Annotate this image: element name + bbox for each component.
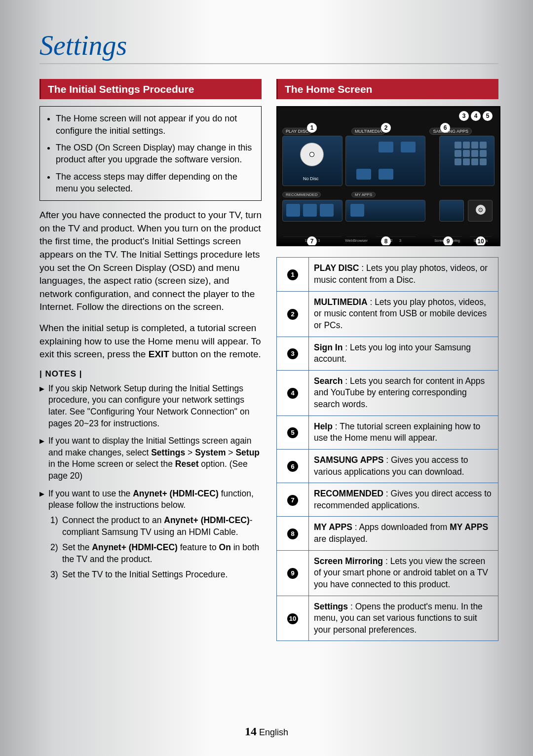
number-badge: 3	[287, 348, 298, 359]
apps-grid	[455, 142, 487, 165]
row-desc-cell: PLAY DISC : Lets you play photos, videos…	[309, 258, 498, 291]
description-table: 1PLAY DISC : Lets you play photos, video…	[276, 257, 498, 641]
home-screen-figure: 3 4 5 PLAY DISC 1 MULTIMEDIA 2 SAMSUNG A…	[276, 106, 500, 246]
number-badge: 2	[287, 309, 298, 320]
row-desc-cell: MY APPS : Apps downloaded from MY APPS a…	[309, 517, 498, 550]
callout-badge: 1	[307, 123, 317, 133]
info-box: The Home screen will not appear if you d…	[39, 106, 262, 201]
number-badge: 6	[287, 461, 298, 472]
sub-step: 1)Connect the product to an Anynet+ (HDM…	[50, 514, 262, 538]
thumbnail	[379, 169, 393, 180]
box-bullet: The OSD (On Screen Display) may change i…	[56, 142, 254, 166]
multimedia-label: MULTIMEDIA	[351, 128, 385, 135]
callout-badge: 2	[381, 123, 391, 133]
text: >	[185, 448, 195, 457]
section-header-home: The Home Screen	[276, 79, 498, 99]
text: Settings	[151, 448, 185, 457]
number-badge: 7	[287, 495, 298, 506]
number-badge: 9	[287, 568, 298, 579]
right-column: The Home Screen 3 4 5 PLAY DISC 1 MULTIM…	[276, 79, 498, 641]
thumbnail	[401, 142, 416, 152]
callout-badge: 5	[483, 111, 493, 121]
arrow-icon: ▶	[39, 383, 48, 430]
row-desc-cell: SAMSUNG APPS : Gives you access to vario…	[309, 449, 498, 483]
row-number-cell: 6	[277, 449, 309, 483]
number-badge: 10	[287, 613, 298, 624]
my-apps-label: MY APPS	[351, 192, 376, 197]
table-row: 4Search : Lets you search for content in…	[277, 370, 498, 416]
row-number-cell: 9	[277, 550, 309, 596]
text: Setup	[235, 448, 260, 457]
note-item: ▶ If you want to display the Initial Set…	[39, 435, 262, 482]
section-header-initial: The Initial Settings Procedure	[39, 79, 262, 99]
table-row: 9Screen Mirroring : Lets you view the sc…	[277, 550, 498, 596]
row-number-cell: 8	[277, 517, 309, 550]
row-number-cell: 10	[277, 596, 309, 641]
table-row: 5Help : The tutorial screen explaining h…	[277, 416, 498, 449]
page-title: Settings	[39, 30, 498, 61]
table-row: 10Settings : Opens the product's menu. I…	[277, 596, 498, 641]
box-bullet: The Home screen will not appear if you d…	[56, 113, 254, 137]
row-desc-cell: Screen Mirroring : Lets you view the scr…	[309, 550, 498, 596]
text: Anynet+ (HDMI-CEC)	[133, 489, 219, 498]
row-number-cell: 2	[277, 291, 309, 337]
row-desc-cell: Help : The tutorial screen explaining ho…	[309, 416, 498, 449]
text: System	[195, 448, 226, 457]
table-row: 7RECOMMENDED : Gives you direct access t…	[277, 483, 498, 517]
exit-label: EXIT	[149, 349, 169, 359]
web-browser-label: WebBrowser	[346, 236, 366, 244]
text: >	[226, 448, 235, 457]
row-desc-cell: Settings : Opens the product's menu. In …	[309, 596, 498, 641]
text: Reset	[175, 459, 199, 469]
sub-step: 3)Set the TV to the Initial Settings Pro…	[50, 568, 262, 581]
number-badge: 5	[287, 427, 298, 438]
row-desc-cell: RECOMMENDED : Gives you direct access to…	[309, 483, 498, 517]
note-item: ▶ If you want to use the Anynet+ (HDMI-C…	[39, 488, 262, 581]
sub-step: 2)Set the Anynet+ (HDMI-CEC) feature to …	[50, 541, 262, 566]
note-item: ▶ If you skip Network Setup during the I…	[39, 383, 262, 430]
screen-mirroring-panel	[439, 200, 464, 222]
table-row: 1PLAY DISC : Lets you play photos, video…	[277, 258, 498, 291]
row-number-cell: 4	[277, 370, 309, 416]
table-row: 6SAMSUNG APPS : Gives you access to vari…	[277, 449, 498, 483]
row-desc-cell: MULTIMEDIA : Lets you play photos, video…	[309, 291, 498, 337]
notes-list: ▶ If you skip Network Setup during the I…	[39, 383, 262, 581]
row-number-cell: 3	[277, 337, 309, 370]
samsung-apps-label: SAMSUNG APPS	[429, 128, 472, 135]
text: If you want to use the	[48, 489, 133, 498]
thumbnail	[356, 169, 371, 180]
arrow-icon: ▶	[39, 488, 48, 581]
table-row: 8MY APPS : Apps downloaded from MY APPS …	[277, 517, 498, 550]
box-bullet: The access steps may differ depending on…	[56, 171, 254, 195]
text: in the Home screen or select the	[48, 459, 175, 469]
number-badge: 1	[287, 269, 298, 280]
no-disc-label: No Disc	[303, 176, 319, 181]
row-number-cell: 7	[277, 483, 309, 517]
callout-badge: 4	[471, 111, 481, 121]
text: If you skip Network Setup during the Ini…	[48, 383, 249, 428]
text: button on the remote.	[169, 349, 261, 359]
page-lang: English	[259, 727, 288, 737]
table-row: 3Sign In : Lets you log into your Samsun…	[277, 337, 498, 370]
title-underline	[39, 63, 498, 64]
paragraph: When the initial setup is completed, a t…	[39, 322, 262, 361]
number-badge: 8	[287, 529, 298, 539]
paragraph: After you have connected the product to …	[39, 209, 262, 314]
number-badge: 4	[287, 388, 298, 399]
notes-header: | NOTES |	[39, 369, 262, 379]
row-number-cell: 5	[277, 416, 309, 449]
callout-badge: 3	[459, 111, 469, 121]
row-desc-cell: Search : Lets you search for content in …	[309, 370, 498, 416]
table-row: 2MULTIMEDIA : Lets you play photos, vide…	[277, 291, 498, 337]
page-number: 14	[245, 725, 257, 738]
page-footer: 14 English	[0, 725, 533, 738]
row-number-cell: 1	[277, 258, 309, 291]
left-column: The Initial Settings Procedure The Home …	[39, 79, 262, 641]
thumbnail	[379, 142, 393, 152]
row-desc-cell: Sign In : Lets you log into your Samsung…	[309, 337, 498, 370]
recommended-label: RECOMMENDED	[282, 192, 321, 197]
arrow-icon: ▶	[39, 435, 48, 482]
